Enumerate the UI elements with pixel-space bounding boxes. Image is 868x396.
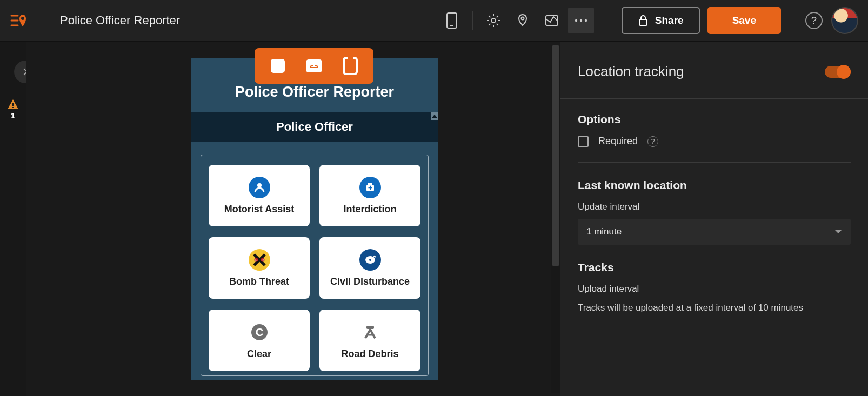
warning-icon bbox=[7, 99, 19, 110]
divider bbox=[578, 162, 851, 163]
tile-interdiction[interactable]: ✚Interdiction bbox=[319, 165, 420, 226]
chevron-down-icon bbox=[834, 229, 842, 234]
preview-scrollbar[interactable] bbox=[431, 112, 438, 142]
preview-section-title: Police Officer bbox=[276, 120, 353, 133]
update-interval-select[interactable]: 1 minute bbox=[578, 219, 851, 245]
divider bbox=[791, 9, 791, 32]
svg-point-11 bbox=[585, 19, 587, 22]
road-debris-icon bbox=[359, 321, 381, 343]
svg-rect-12 bbox=[639, 19, 647, 25]
tile-container: Motorist Assist✚InterdictionRRBomb Threa… bbox=[201, 155, 429, 376]
upload-interval-description: Tracks will be uploaded at a fixed inter… bbox=[578, 301, 851, 315]
canvas-scrollbar[interactable] bbox=[551, 45, 560, 393]
properties-panel: Location tracking Options Required ? Las… bbox=[560, 42, 868, 396]
motorist-assist-icon bbox=[249, 177, 270, 198]
app-preview: Police Officer Reporter Police Officer M… bbox=[191, 58, 438, 380]
civil-disturbance-icon bbox=[359, 249, 381, 271]
element-toolbar bbox=[255, 48, 373, 84]
svg-rect-13 bbox=[12, 103, 14, 106]
upload-interval-label: Upload interval bbox=[578, 284, 851, 294]
divider bbox=[50, 9, 50, 32]
toolbar-icon-group bbox=[439, 8, 594, 33]
tile-label: Bomb Threat bbox=[229, 276, 289, 287]
svg-point-10 bbox=[580, 19, 582, 22]
app-logo-icon bbox=[10, 11, 28, 30]
tracks-heading: Tracks bbox=[578, 261, 851, 274]
divider bbox=[472, 11, 473, 30]
tile-label: Road Debris bbox=[341, 348, 398, 360]
link-icon bbox=[309, 63, 319, 69]
tile-label: Interdiction bbox=[344, 204, 397, 215]
share-button[interactable]: Share bbox=[622, 7, 700, 34]
location-tracking-toggle[interactable] bbox=[825, 66, 851, 78]
tile-label: Civil Disturbance bbox=[330, 276, 410, 287]
clear-icon: C bbox=[249, 321, 270, 343]
bomb-threat-icon: RR bbox=[249, 249, 270, 271]
offline-map-button[interactable] bbox=[539, 8, 565, 33]
help-button[interactable]: ? bbox=[805, 12, 823, 29]
share-label: Share bbox=[655, 15, 684, 26]
tile-bomb-threat[interactable]: RRBomb Threat bbox=[209, 237, 310, 299]
tile-label: Clear bbox=[247, 348, 271, 360]
warning-count: 1 bbox=[11, 111, 15, 120]
tile-clear[interactable]: CClear bbox=[209, 310, 310, 371]
project-title: Police Officer Reporter bbox=[60, 14, 180, 28]
device-preview-button[interactable] bbox=[439, 8, 465, 33]
svg-text:R: R bbox=[262, 258, 264, 261]
save-button[interactable]: Save bbox=[707, 7, 781, 34]
svg-point-6 bbox=[491, 18, 496, 23]
save-label: Save bbox=[732, 15, 756, 26]
interdiction-icon: ✚ bbox=[359, 177, 381, 198]
top-bar: Police Officer Reporter Share bbox=[0, 0, 868, 42]
toolbar-fill-button[interactable] bbox=[268, 56, 288, 76]
user-avatar[interactable] bbox=[831, 7, 858, 34]
svg-point-15 bbox=[257, 183, 262, 187]
svg-point-7 bbox=[521, 17, 524, 20]
preview-section-header: Police Officer bbox=[191, 112, 438, 142]
svg-text:C: C bbox=[255, 326, 263, 338]
svg-text:✚: ✚ bbox=[368, 185, 372, 191]
toolbar-container-button[interactable] bbox=[340, 56, 360, 76]
tile-label: Motorist Assist bbox=[224, 204, 294, 215]
lock-icon bbox=[638, 15, 649, 26]
required-checkbox[interactable] bbox=[578, 136, 589, 147]
required-help-button[interactable]: ? bbox=[647, 136, 658, 147]
toolbar-link-button[interactable] bbox=[304, 56, 324, 76]
svg-rect-14 bbox=[12, 107, 14, 108]
tile-motorist-assist[interactable]: Motorist Assist bbox=[209, 165, 310, 226]
update-interval-label: Update interval bbox=[578, 202, 851, 212]
map-button[interactable] bbox=[510, 8, 536, 33]
left-rail: 1 bbox=[0, 42, 26, 396]
settings-button[interactable] bbox=[480, 8, 506, 33]
divider bbox=[604, 9, 604, 32]
warning-badge[interactable]: 1 bbox=[7, 99, 19, 120]
design-canvas[interactable]: Police Officer Reporter Police Officer M… bbox=[26, 42, 560, 396]
svg-point-26 bbox=[369, 259, 371, 261]
required-label: Required bbox=[598, 136, 638, 147]
tile-civil-disturbance[interactable]: Civil Disturbance bbox=[319, 237, 420, 299]
update-interval-value: 1 minute bbox=[586, 226, 622, 237]
svg-point-9 bbox=[575, 19, 577, 22]
more-options-button[interactable] bbox=[568, 8, 594, 33]
lkl-heading: Last known location bbox=[578, 179, 851, 192]
svg-point-3 bbox=[21, 17, 24, 20]
panel-title: Location tracking bbox=[578, 63, 684, 80]
tile-road-debris[interactable]: Road Debris bbox=[319, 310, 420, 371]
svg-text:R: R bbox=[255, 258, 257, 261]
options-heading: Options bbox=[578, 113, 851, 126]
